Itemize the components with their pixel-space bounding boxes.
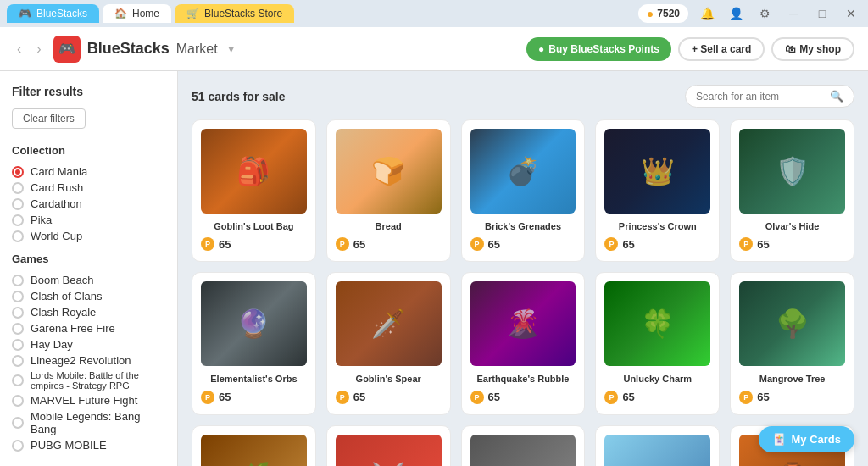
price-value: 65	[353, 391, 365, 403]
filter-card-mania[interactable]: Card Mania	[12, 164, 165, 180]
price-value: 65	[757, 238, 769, 251]
account-button[interactable]: 👤	[726, 3, 746, 24]
filter-pubg[interactable]: PUBG MOBILE	[12, 437, 165, 453]
radio-boom-beach[interactable]	[12, 275, 24, 286]
price-value: 65	[219, 238, 231, 251]
radio-hay-day[interactable]	[12, 339, 24, 351]
filter-world-cup[interactable]: World Cup	[12, 228, 165, 244]
card-item[interactable]: ☁️	[595, 425, 720, 466]
filter-mobile-legends[interactable]: Mobile Legends: Bang Bang	[12, 408, 165, 437]
card-image: 🌋	[470, 281, 576, 366]
card-price: P 65	[336, 391, 442, 404]
card-item[interactable]: 🌋 Earthquake's Rubble P 65	[461, 272, 586, 414]
tab-home[interactable]: 🏠 Home	[103, 4, 171, 23]
radio-world-cup[interactable]	[12, 230, 24, 242]
card-item[interactable]: 🍀 Unlucky Charm P 65	[595, 272, 720, 414]
clear-filters-button[interactable]: Clear filters	[12, 108, 86, 129]
card-image: 🍞	[336, 129, 442, 214]
coin-icon: ●	[647, 7, 654, 20]
card-item[interactable]: 🔮 Elementalist's Orbs P 65	[192, 272, 316, 414]
search-input[interactable]	[696, 91, 825, 103]
filter-clash-royale[interactable]: Clash Royale	[12, 304, 165, 320]
card-name: Unlucky Charm	[604, 373, 710, 385]
card-item[interactable]: 🌿	[192, 425, 316, 466]
search-box[interactable]: 🔍	[685, 85, 854, 108]
radio-pubg[interactable]	[12, 440, 24, 452]
filter-card-rush[interactable]: Card Rush	[12, 180, 165, 196]
card-item[interactable]: 🔫	[461, 425, 586, 466]
coin-icon: P	[604, 391, 618, 404]
card-name: Elementalist's Orbs	[201, 373, 307, 385]
radio-clash-of-clans[interactable]	[12, 291, 24, 302]
sell-card-button[interactable]: + Sell a card	[678, 37, 765, 61]
tab-bluestacks[interactable]: 🎮 BlueStacks	[7, 4, 99, 23]
card-item[interactable]: 🎒 Goblin's Loot Bag P 65	[192, 119, 316, 262]
filter-marvel[interactable]: MARVEL Future Fight	[12, 392, 165, 408]
coin-icon: P	[336, 391, 349, 404]
collection-section-label: Collection	[12, 144, 165, 157]
radio-mobile-legends[interactable]	[12, 417, 24, 429]
card-item[interactable]: 🍞 Bread P 65	[326, 119, 451, 262]
card-price: P 65	[739, 391, 845, 404]
title-bar: 🎮 BlueStacks 🏠 Home 🛒 BlueStacks Store ●…	[0, 0, 868, 27]
buy-points-button[interactable]: ● Buy BlueStacks Points	[526, 37, 671, 61]
content-area: 51 cards for sale 🔍 🎒 Goblin's Loot Bag …	[178, 71, 868, 466]
radio-lineage2[interactable]	[12, 355, 24, 367]
card-name: Olvar's Hide	[739, 220, 845, 232]
radio-card-mania[interactable]	[12, 166, 24, 178]
card-item[interactable]: 💣 Brick's Grenades P 65	[461, 119, 586, 262]
radio-marvel[interactable]	[12, 395, 24, 407]
filter-pika-label: Pika	[31, 214, 52, 226]
filter-hay-day[interactable]: Hay Day	[12, 336, 165, 352]
card-name: Earthquake's Rubble	[470, 373, 576, 385]
card-item[interactable]: ⚔️	[326, 425, 451, 466]
buy-points-label: Buy BlueStacks Points	[548, 43, 659, 55]
coin-icon: P	[470, 391, 484, 404]
filter-boom-beach[interactable]: Boom Beach	[12, 272, 165, 288]
radio-garena[interactable]	[12, 323, 24, 335]
filter-marvel-label: MARVEL Future Fight	[31, 394, 137, 407]
card-price: P 65	[604, 237, 710, 251]
filter-lineage2[interactable]: Lineage2 Revolution	[12, 352, 165, 369]
filter-pika[interactable]: Pika	[12, 212, 165, 228]
maximize-button[interactable]: □	[812, 3, 832, 24]
card-item[interactable]: 👑 Princess's Crown P 65	[595, 119, 720, 262]
minimize-button[interactable]: ─	[783, 3, 804, 24]
coin-icon: P	[201, 391, 214, 404]
radio-pika[interactable]	[12, 214, 24, 226]
filter-lords-mobile[interactable]: Lords Mobile: Battle of the empires - St…	[12, 369, 165, 392]
card-image: ⚔️	[336, 435, 442, 466]
filter-clash-of-clans-label: Clash of Clans	[31, 290, 103, 302]
price-value: 65	[622, 391, 634, 403]
card-item[interactable]: 🛡️ Olvar's Hide P 65	[730, 119, 854, 262]
nav-right: ● Buy BlueStacks Points + Sell a card 🛍 …	[526, 37, 854, 61]
content-header: 51 cards for sale 🔍	[192, 85, 854, 108]
card-image: 🔮	[201, 281, 307, 366]
filter-card-rush-label: Card Rush	[31, 181, 83, 194]
filter-clash-of-clans[interactable]: Clash of Clans	[12, 288, 165, 304]
nav-bar: ‹ › 🎮 BlueStacks Market ▼ ● Buy BlueStac…	[0, 27, 868, 71]
tab-store[interactable]: 🛒 BlueStacks Store	[175, 4, 294, 23]
radio-lords-mobile[interactable]	[12, 374, 24, 386]
card-price: P 65	[201, 237, 307, 251]
card-name: Mangrove Tree	[739, 373, 845, 385]
dropdown-arrow[interactable]: ▼	[226, 43, 236, 55]
sidebar: Filter results Clear filters Collection …	[0, 71, 178, 466]
radio-card-rush[interactable]	[12, 182, 24, 194]
radio-cardathon[interactable]	[12, 198, 24, 210]
card-image: 💣	[470, 129, 576, 214]
close-button[interactable]: ✕	[841, 3, 861, 24]
card-item[interactable]: 🌳 Mangrove Tree P 65	[730, 272, 854, 414]
my-shop-button[interactable]: 🛍 My shop	[771, 37, 854, 61]
my-cards-button[interactable]: 🃏 My Cards	[759, 426, 854, 452]
back-button[interactable]: ‹	[14, 38, 25, 60]
filter-garena[interactable]: Garena Free Fire	[12, 320, 165, 336]
filter-cardathon[interactable]: Cardathon	[12, 196, 165, 212]
cards-grid: 🎒 Goblin's Loot Bag P 65 🍞 Bread P 65 💣 …	[192, 119, 854, 466]
settings-button[interactable]: ⚙	[754, 3, 775, 24]
card-image: ☁️	[604, 435, 710, 466]
forward-button[interactable]: ›	[33, 38, 44, 60]
bell-button[interactable]: 🔔	[697, 3, 717, 24]
card-item[interactable]: 🗡️ Goblin's Spear P 65	[326, 272, 451, 414]
radio-clash-royale[interactable]	[12, 307, 24, 319]
